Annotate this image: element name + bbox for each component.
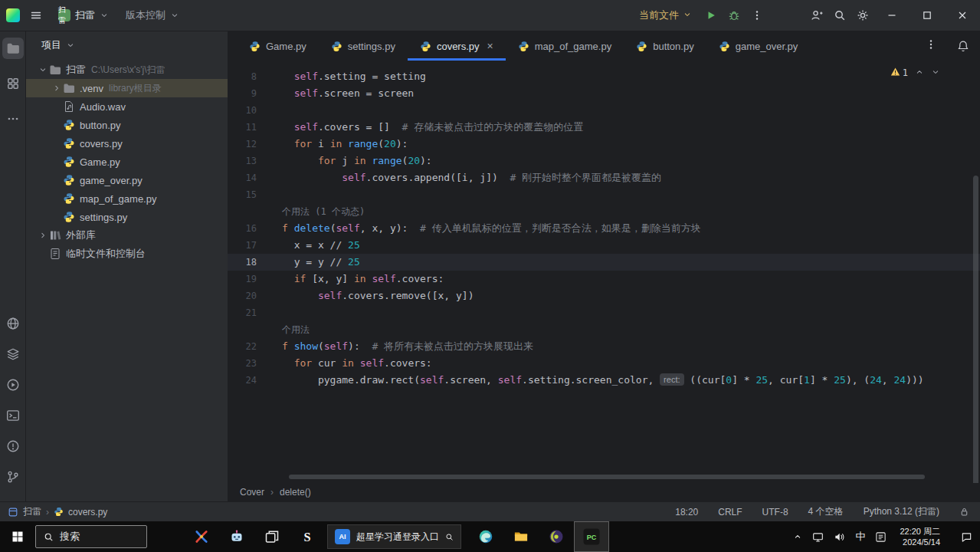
tree-item-settings.py[interactable]: settings.py xyxy=(26,208,228,226)
tab-covers.py[interactable]: covers.py× xyxy=(408,31,506,61)
settings-gear-icon[interactable] xyxy=(851,4,874,27)
tree-item-map_of_game.py[interactable]: map_of_game.py xyxy=(26,189,228,208)
code-usage-hint-row[interactable]: 个用法 (1 个动态) xyxy=(228,203,980,220)
tree-item-Audio.wav[interactable]: Audio.wav xyxy=(26,97,228,116)
code-line[interactable]: 20 self.covers.remove([x, y]) xyxy=(228,288,980,304)
line-ending[interactable]: CRLF xyxy=(718,507,742,518)
code-line[interactable]: 21 xyxy=(228,304,980,321)
search-everywhere-icon[interactable] xyxy=(828,4,851,27)
window-close-button[interactable] xyxy=(945,0,980,31)
tool-window-button-services[interactable] xyxy=(2,343,24,365)
more-actions-kebab-icon[interactable] xyxy=(746,4,769,27)
project-widget-icon[interactable] xyxy=(8,507,18,518)
tree-item-Game.py[interactable]: Game.py xyxy=(26,153,228,171)
edge-taskbar-icon[interactable] xyxy=(468,521,503,552)
status-file-name[interactable]: covers.py xyxy=(68,507,107,518)
inspections-widget[interactable]: 1 xyxy=(890,67,940,79)
tree-item-外部库[interactable]: 外部库 xyxy=(26,226,228,245)
network-icon[interactable] xyxy=(812,531,824,543)
window-maximize-button[interactable] xyxy=(910,0,945,31)
chevron-right-icon[interactable] xyxy=(37,231,49,240)
indent-setting[interactable]: 4 个空格 xyxy=(808,505,844,518)
code-line[interactable]: 11 self.covers = [] # 存储未被点击过的方块的覆盖物的位置 xyxy=(228,119,980,136)
code-line[interactable]: 22f show(self): # 将所有未被点击过的方块展现出来 xyxy=(228,338,980,355)
status-project-name[interactable]: 扫雷 xyxy=(23,505,41,518)
tree-item-临时文件和控制台[interactable]: 临时文件和控制台 xyxy=(26,245,228,263)
python-interpreter[interactable]: Python 3.12 (扫雷) xyxy=(864,505,939,518)
file-lock-icon[interactable] xyxy=(959,507,969,517)
code-line[interactable]: 24 pygame.draw.rect(self.screen, self.se… xyxy=(228,372,980,389)
tab-close-icon[interactable]: × xyxy=(487,41,493,51)
tool-window-button-run[interactable] xyxy=(2,374,24,396)
tab-options-kebab-icon[interactable] xyxy=(925,38,937,54)
ime-language-indicator[interactable]: 中 xyxy=(855,530,865,544)
tab-game_over.py[interactable]: game_over.py xyxy=(706,31,811,61)
tab-button.py[interactable]: button.py xyxy=(624,31,706,61)
tree-item-.venv[interactable]: .venvlibrary根目录 xyxy=(26,79,228,97)
code-with-me-user-icon[interactable] xyxy=(805,4,828,27)
prev-problem-chevron-up-icon[interactable] xyxy=(915,67,924,79)
code-editor[interactable]: 8 self.setting = setting9 self.screen = … xyxy=(228,61,980,483)
breadcrumb-item[interactable]: Cover xyxy=(240,487,264,498)
tree-item-game_over.py[interactable]: game_over.py xyxy=(26,171,228,189)
action-center-icon[interactable] xyxy=(961,531,972,543)
task-view-taskbar-icon[interactable] xyxy=(254,521,290,552)
code-line[interactable]: 12 for i in range(20): xyxy=(228,136,980,153)
code-line[interactable]: 9 self.screen = screen xyxy=(228,85,980,102)
debug-button[interactable] xyxy=(723,4,746,27)
window-minimize-button[interactable] xyxy=(874,0,910,31)
code-line[interactable]: 17 x = x // 25 xyxy=(228,237,980,254)
s-logo-taskbar-icon[interactable]: S xyxy=(290,521,325,552)
volume-icon[interactable] xyxy=(834,531,845,543)
pycharm-taskbar-icon[interactable]: PC xyxy=(574,521,609,552)
notifications-bell-icon[interactable] xyxy=(957,40,969,52)
tool-window-button-packages[interactable] xyxy=(2,313,24,334)
code-line[interactable]: 19 if [x, y] in self.covers: xyxy=(228,271,980,288)
tool-window-button-problems[interactable] xyxy=(2,435,24,457)
tray-chevron-up-icon[interactable] xyxy=(793,532,802,541)
tab-map_of_game.py[interactable]: map_of_game.py xyxy=(506,31,624,61)
tool-window-button-version-control[interactable] xyxy=(2,466,24,488)
pinned-app-button[interactable]: AI 超星学习通登录入口 xyxy=(327,524,461,549)
tool-window-button-more[interactable] xyxy=(2,108,24,130)
windows-start-button[interactable] xyxy=(0,521,35,552)
code-line[interactable]: 23 for cur in self.covers: xyxy=(228,355,980,372)
project-selector[interactable]: 扫雷 扫雷 xyxy=(52,5,115,25)
tree-item-button.py[interactable]: button.py xyxy=(26,116,228,134)
explorer-taskbar-icon[interactable] xyxy=(503,521,539,552)
tool-window-button-structure[interactable] xyxy=(2,73,24,94)
breadcrumb-item[interactable]: delete() xyxy=(280,487,311,498)
vcs-selector[interactable]: 版本控制 xyxy=(120,5,185,25)
eclipse-taskbar-icon[interactable] xyxy=(539,521,574,552)
run-button[interactable] xyxy=(700,4,723,27)
run-configuration-selector[interactable]: 当前文件 xyxy=(639,8,692,22)
code-line[interactable]: 14 self.covers.append([i, j]) # 刚开始时整个界面… xyxy=(228,169,980,186)
code-line[interactable]: 13 for j in range(20): xyxy=(228,153,980,169)
tree-item-covers.py[interactable]: covers.py xyxy=(26,134,228,153)
horizontal-scrollbar[interactable] xyxy=(289,475,925,479)
code-line[interactable]: 16f delete(self, x, y): # 传入单机鼠标的位置，判断是否… xyxy=(228,220,980,237)
code-usage-hint-row[interactable]: 个用法 xyxy=(228,321,980,338)
project-panel-header[interactable]: 项目 xyxy=(26,31,228,59)
chevron-right-icon[interactable] xyxy=(51,84,63,93)
tree-item-扫雷[interactable]: 扫雷C:\Users\x's'j\扫雷 xyxy=(26,61,228,79)
tool-window-button-terminal[interactable] xyxy=(2,405,24,426)
assistant-taskbar-icon[interactable] xyxy=(219,521,254,552)
tool-window-button-project[interactable] xyxy=(2,38,24,59)
vertical-scrollbar[interactable] xyxy=(973,176,978,483)
tab-Game.py[interactable]: Game.py xyxy=(237,31,319,61)
code-line[interactable]: 18 y = y // 25 xyxy=(228,254,980,271)
chevron-down-icon[interactable] xyxy=(37,65,49,74)
code-line[interactable]: 15 xyxy=(228,186,980,203)
next-problem-chevron-down-icon[interactable] xyxy=(931,67,940,79)
code-line[interactable]: 10 xyxy=(228,102,980,119)
code-line[interactable]: 8 self.setting = setting xyxy=(228,68,980,85)
caret-position[interactable]: 18:20 xyxy=(675,507,698,518)
ime-grid-icon[interactable] xyxy=(875,531,887,543)
tab-settings.py[interactable]: settings.py xyxy=(319,31,408,61)
file-encoding[interactable]: UTF-8 xyxy=(762,507,788,518)
main-menu-hamburger-icon[interactable] xyxy=(25,4,48,27)
taskbar-clock[interactable]: 22:20 周二 2024/5/14 xyxy=(900,526,940,547)
taskbar-search-box[interactable]: 搜索 xyxy=(35,525,147,548)
paint-taskbar-icon[interactable] xyxy=(184,521,219,552)
